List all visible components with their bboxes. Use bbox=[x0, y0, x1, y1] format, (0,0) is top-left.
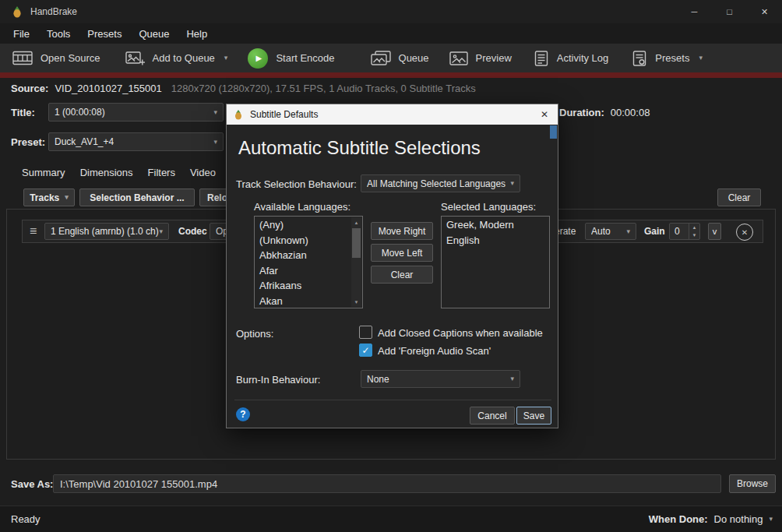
gain-value: 0 bbox=[670, 224, 689, 239]
list-item[interactable]: (Any) bbox=[255, 217, 351, 233]
scroll-up-icon[interactable]: ▲ bbox=[351, 217, 361, 227]
dialog-title: Subtitle Defaults bbox=[250, 109, 318, 120]
move-right-label: Move Right bbox=[379, 226, 426, 237]
dialog-close-button[interactable]: ✕ bbox=[531, 104, 558, 125]
tab-summary[interactable]: Summary bbox=[22, 164, 65, 181]
add-to-queue-button[interactable]: Add to Queue ▾ bbox=[118, 47, 236, 70]
track-selection-behaviour-label: Track Selection Behaviour: bbox=[236, 178, 357, 190]
minimize-button[interactable]: ─ bbox=[677, 0, 712, 23]
selection-behavior-button[interactable]: Selection Behavior ... bbox=[79, 188, 195, 206]
chevron-down-icon: ▾ bbox=[626, 228, 630, 235]
selected-languages-list[interactable]: Greek, Modern English bbox=[441, 216, 550, 308]
menu-file[interactable]: File bbox=[5, 25, 38, 43]
check-icon: ✓ bbox=[361, 345, 369, 356]
tracks-menu-button[interactable]: Tracks ▾ bbox=[23, 188, 75, 206]
list-item[interactable]: Afrikaans bbox=[255, 278, 351, 294]
scrollbar-thumb[interactable] bbox=[352, 228, 361, 258]
preset-accent-strip bbox=[0, 72, 782, 78]
when-done-value: Do nothing bbox=[714, 513, 763, 525]
chevron-down-icon: ▾ bbox=[510, 375, 514, 382]
window-controls: ─ □ ✕ bbox=[677, 0, 782, 23]
audio-track-select[interactable]: 1 English (amrnb) (1.0 ch) ▾ bbox=[44, 223, 169, 240]
burn-in-behaviour-select[interactable]: None ▾ bbox=[361, 370, 520, 388]
main-toolbar: Open Source Add to Queue ▾ ▶ Start Encod… bbox=[0, 44, 782, 72]
list-item[interactable]: Akan bbox=[255, 294, 351, 309]
dialog-titlebar[interactable]: Subtitle Defaults ✕ bbox=[227, 104, 558, 125]
presets-label: Presets bbox=[655, 52, 689, 64]
remove-icon: ✕ bbox=[741, 228, 748, 237]
title-select[interactable]: 1 (00:00:08) ▾ bbox=[48, 103, 224, 122]
clear-tracks-label: Clear bbox=[728, 192, 751, 203]
presets-button[interactable]: Presets ▾ bbox=[624, 47, 710, 70]
handbrake-window: HandBrake ─ □ ✕ File Tools Presets Queue… bbox=[0, 0, 782, 532]
menu-bar: File Tools Presets Queue Help bbox=[0, 23, 782, 44]
preview-button[interactable]: Preview bbox=[442, 47, 520, 70]
clear-languages-button[interactable]: Clear bbox=[371, 266, 433, 284]
move-right-button[interactable]: Move Right bbox=[371, 222, 433, 240]
cancel-button[interactable]: Cancel bbox=[470, 407, 515, 425]
close-button[interactable]: ✕ bbox=[747, 0, 782, 23]
menu-tools[interactable]: Tools bbox=[38, 25, 79, 43]
list-item[interactable]: English bbox=[442, 233, 549, 248]
spin-down-icon[interactable]: ▼ bbox=[689, 231, 699, 239]
menu-presets[interactable]: Presets bbox=[79, 25, 130, 43]
menu-queue[interactable]: Queue bbox=[130, 25, 178, 43]
gain-stepper-arrows[interactable]: ▲ ▼ bbox=[689, 224, 699, 239]
foreign-audio-scan-checkbox[interactable]: ✓ bbox=[359, 344, 372, 357]
save-as-input[interactable] bbox=[53, 474, 721, 493]
scrollbar[interactable]: ▲ ▼ bbox=[351, 217, 361, 307]
presets-icon bbox=[632, 51, 647, 66]
start-encode-button[interactable]: ▶ Start Encode bbox=[240, 44, 342, 72]
tab-filters[interactable]: Filters bbox=[148, 164, 175, 181]
codec-label: Codec bbox=[178, 226, 207, 237]
tab-dimensions[interactable]: Dimensions bbox=[80, 164, 133, 181]
burn-in-behaviour-value: None bbox=[367, 374, 389, 385]
menu-help[interactable]: Help bbox=[178, 25, 216, 43]
scroll-down-icon[interactable]: ▼ bbox=[351, 297, 361, 307]
when-done-dropdown[interactable]: When Done: Do nothing ▾ bbox=[649, 513, 773, 525]
list-item[interactable]: Abkhazian bbox=[255, 248, 351, 263]
drag-handle-icon[interactable]: ≡ bbox=[30, 224, 37, 238]
clear-tracks-button[interactable]: Clear bbox=[717, 188, 761, 206]
tab-video[interactable]: Video bbox=[190, 164, 216, 181]
move-left-label: Move Left bbox=[382, 248, 423, 259]
spin-up-icon[interactable]: ▲ bbox=[689, 224, 699, 231]
queue-icon bbox=[371, 51, 391, 66]
gain-label: Gain bbox=[644, 226, 665, 237]
list-item[interactable]: Afar bbox=[255, 263, 351, 279]
queue-button[interactable]: Queue bbox=[363, 47, 437, 70]
activity-log-button[interactable]: Activity Log bbox=[526, 47, 616, 70]
gain-stepper[interactable]: 0 ▲ ▼ bbox=[669, 223, 700, 240]
chevron-down-icon: ▾ bbox=[159, 228, 163, 235]
handbrake-logo-icon bbox=[233, 109, 244, 120]
list-item[interactable]: Greek, Modern bbox=[442, 217, 549, 233]
browse-button[interactable]: Browse bbox=[729, 474, 776, 493]
move-left-button[interactable]: Move Left bbox=[371, 244, 433, 262]
status-text: Ready bbox=[11, 513, 41, 525]
closed-captions-checkbox[interactable] bbox=[359, 326, 372, 339]
samplerate-select[interactable]: Auto ▾ bbox=[585, 223, 636, 240]
cancel-label: Cancel bbox=[477, 410, 506, 421]
maximize-button[interactable]: □ bbox=[712, 0, 747, 23]
activity-log-label: Activity Log bbox=[557, 52, 608, 64]
open-source-button[interactable]: Open Source bbox=[5, 47, 108, 69]
preview-icon bbox=[449, 51, 468, 66]
track-selection-behaviour-value: All Matching Selected Languages bbox=[367, 178, 505, 189]
track-selection-behaviour-select[interactable]: All Matching Selected Languages ▾ bbox=[361, 174, 520, 192]
drc-expand-button[interactable]: v bbox=[708, 223, 721, 240]
save-label: Save bbox=[523, 410, 544, 421]
open-source-label: Open Source bbox=[41, 52, 100, 64]
film-strip-icon bbox=[12, 51, 33, 65]
save-button[interactable]: Save bbox=[516, 407, 551, 425]
list-item[interactable]: (Unknown) bbox=[255, 233, 351, 248]
preset-select[interactable]: Duck_AV1_+4 ▾ bbox=[48, 132, 224, 151]
start-encode-label: Start Encode bbox=[276, 52, 334, 64]
queue-label: Queue bbox=[399, 52, 429, 64]
duration-row: Duration: 00:00:08 bbox=[559, 107, 650, 118]
available-languages-list[interactable]: (Any) (Unknown) Abkhazian Afar Afrikaans… bbox=[254, 216, 363, 308]
chevron-down-icon: ▾ bbox=[769, 516, 773, 523]
add-to-queue-label: Add to Queue bbox=[153, 52, 215, 64]
help-button[interactable]: ? bbox=[236, 407, 250, 421]
remove-track-button[interactable]: ✕ bbox=[736, 224, 753, 241]
available-languages-label: Available Languages: bbox=[254, 201, 350, 213]
